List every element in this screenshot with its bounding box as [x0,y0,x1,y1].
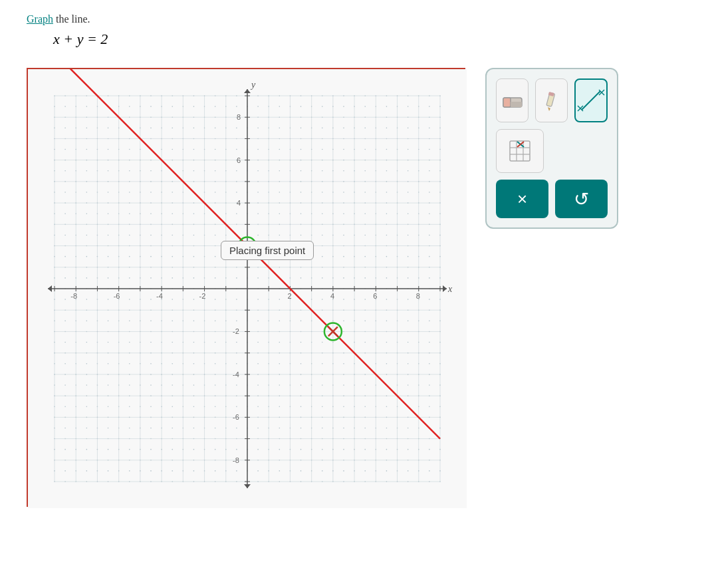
svg-marker-4 [548,107,550,111]
eraser-button[interactable] [496,78,529,122]
equation-display: x + y = 2 [53,31,681,48]
undo-button[interactable]: ↺ [555,180,608,218]
svg-rect-2 [511,102,522,107]
graph-link[interactable]: Graph [27,13,53,25]
table-button[interactable] [496,129,544,173]
tool-row-2 [496,129,608,173]
svg-line-6 [582,91,600,110]
action-row: × ↺ [496,180,608,218]
tool-row-1 [496,78,608,122]
svg-rect-1 [503,98,511,107]
main-area: Placing first point [27,68,681,507]
pencil-button[interactable] [535,78,568,122]
clear-button[interactable]: × [496,180,548,218]
line-tool-button[interactable] [574,78,608,122]
instruction-text: Graph the line. [27,13,681,25]
graph-container[interactable]: Placing first point [27,68,465,507]
toolbar: × ↺ [485,68,618,229]
